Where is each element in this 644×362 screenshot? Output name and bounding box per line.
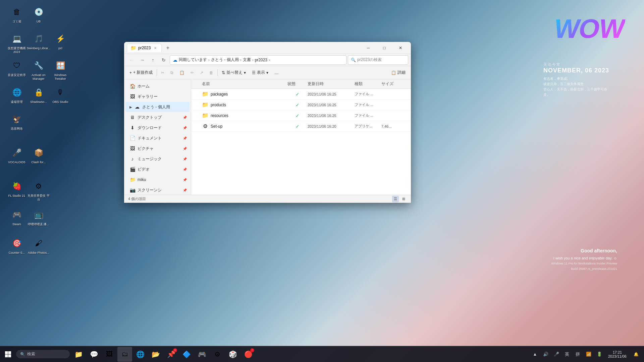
notification-center[interactable]: 🔔 bbox=[631, 347, 641, 362]
sidebar-item-documents[interactable]: 📄 ドキュメント 📌 bbox=[125, 133, 190, 143]
desktop-icon-label: OBS Studio bbox=[52, 100, 68, 104]
onedrive-icon: ☁ bbox=[173, 57, 177, 63]
tray-volume[interactable]: 🔊 bbox=[541, 347, 550, 362]
sidebar-item-screenshot[interactable]: 📷 スクリーンシ 📌 bbox=[125, 185, 190, 195]
maximize-button[interactable]: □ bbox=[377, 43, 392, 53]
up-button[interactable]: ↑ bbox=[148, 55, 158, 65]
sidebar-item-desktop[interactable]: 🖥 デスクトップ 📌 bbox=[125, 112, 190, 122]
tray-lang-en[interactable]: 英 bbox=[562, 347, 572, 362]
sidebar-item-onedrive[interactable]: ▶ ☁ さとう - 個人用 bbox=[125, 102, 190, 112]
file-size: 7,46... bbox=[381, 124, 408, 128]
more-button[interactable]: … bbox=[272, 68, 281, 78]
sidebar-item-home[interactable]: 🏠 ホーム bbox=[125, 81, 190, 91]
onedrive-sidebar-icon: ☁ bbox=[134, 104, 140, 110]
pin-icon-screenshot: 📌 bbox=[183, 188, 187, 192]
tray-lang-cn[interactable]: 拼 bbox=[573, 347, 583, 362]
sidebar-item-gallery[interactable]: 🖼 ギャラリー bbox=[125, 92, 190, 102]
taskbar-icon-11[interactable]: 🔴 ! bbox=[241, 347, 256, 362]
table-row[interactable]: 📁 packages ✓ 2023/11/06 16:25 ファイル ... bbox=[191, 89, 411, 100]
table-row[interactable]: 📁 products ✓ 2023/11/06 16:25 ファイル ... bbox=[191, 100, 411, 110]
grid-view-button[interactable]: ⊞ bbox=[400, 196, 407, 202]
list-view-button[interactable]: ☰ bbox=[392, 196, 399, 202]
desktop-icon-11[interactable]: 🦅 迅雷网络 bbox=[3, 111, 30, 133]
taskbar-wechat[interactable]: 💬 bbox=[87, 347, 101, 362]
view-icon: ☰ bbox=[252, 70, 256, 75]
sidebar-item-pictures[interactable]: 🖼 ピクチャ 📌 bbox=[125, 143, 190, 154]
desktop-icon-image: 🎵 bbox=[32, 32, 45, 46]
explorer-tab[interactable]: 📁 pr2023 ✕ bbox=[127, 44, 162, 52]
taskbar-icon-badge[interactable]: 📌 1 bbox=[164, 347, 178, 362]
search-box[interactable]: 🔍 pr2023の検索 bbox=[348, 55, 408, 65]
view-button[interactable]: ☰ 表示 ▾ bbox=[249, 68, 271, 78]
desktop-icon-2[interactable]: 💿 UB bbox=[25, 3, 52, 25]
tray-expand[interactable]: ▲ bbox=[530, 347, 540, 362]
taskbar-edge[interactable]: 🌐 bbox=[133, 347, 148, 362]
start-button[interactable] bbox=[0, 346, 16, 362]
details-icon: 📋 bbox=[391, 70, 396, 75]
desktop-icon-4[interactable]: ⚡ pcl bbox=[47, 30, 74, 52]
desktop-icon-15[interactable]: ⚙ 充美世界委技 平台 bbox=[25, 178, 52, 203]
refresh-button[interactable]: ↻ bbox=[159, 55, 168, 65]
back-button[interactable]: ← bbox=[127, 55, 136, 65]
sidebar-item-music[interactable]: ♪ ミュージック 📌 bbox=[125, 154, 190, 164]
share-button[interactable]: ↗ bbox=[197, 68, 206, 78]
sidebar-item-downloads[interactable]: ⬇ ダウンロード 📌 bbox=[125, 123, 190, 133]
address-path[interactable]: ☁ 同期しています › さとう - 個人用 › 文書 › pr2023 › bbox=[170, 55, 346, 65]
taskbar-clock[interactable]: 17:21 2023/11/06 bbox=[605, 350, 629, 358]
sidebar-desktop-label: デスクトップ bbox=[138, 115, 162, 120]
desktop-icon-si: 🖥 bbox=[129, 115, 136, 120]
new-tab-button[interactable]: + bbox=[163, 43, 172, 53]
tray-wifi[interactable]: 📶 bbox=[584, 347, 593, 362]
new-button[interactable]: + + 新規作成 bbox=[127, 68, 155, 78]
paste-button[interactable]: 📋 bbox=[177, 68, 187, 78]
table-row[interactable]: ⚙ Set-up ✓ 2023/11/06 16:20 アプリケ... 7,46… bbox=[191, 121, 411, 132]
forward-button[interactable]: → bbox=[138, 55, 147, 65]
delete-icon: 🗑 bbox=[209, 70, 213, 75]
taskbar-explorer-active[interactable]: 🗂 bbox=[117, 347, 132, 362]
notification-badge: 1 bbox=[173, 348, 177, 352]
table-row[interactable]: 📁 resources ✓ 2023/11/06 16:25 ファイル ... bbox=[191, 110, 411, 121]
desktop-icon-13[interactable]: 📦 Clash for... bbox=[25, 144, 52, 166]
close-button[interactable]: ✕ bbox=[393, 43, 408, 53]
sidebar-pictures-label: ピクチャ bbox=[138, 146, 154, 152]
col-header-date[interactable]: 更新日時 bbox=[308, 81, 355, 87]
copy-button[interactable]: ⧉ bbox=[168, 68, 176, 78]
rename-button[interactable]: ✏ bbox=[188, 68, 197, 78]
taskbar-search[interactable]: 🔍 検索 bbox=[16, 350, 70, 358]
path-user[interactable]: さとう - 個人用 bbox=[211, 57, 239, 63]
path-docs[interactable]: 文書 bbox=[243, 57, 251, 63]
desktop-icon-image: 💻 bbox=[10, 32, 23, 46]
desktop-icon-7[interactable]: 🪟 Windows Tweaker bbox=[47, 57, 74, 83]
tab-close-button[interactable]: ✕ bbox=[153, 45, 158, 51]
cut-button[interactable]: ✂ bbox=[158, 68, 167, 78]
date-label: 无论今宵 bbox=[543, 62, 610, 67]
desktop-icon-19[interactable]: 🖌 Adobe Photos... bbox=[25, 235, 52, 257]
taskbar-icon-7[interactable]: 🔷 bbox=[179, 347, 194, 362]
taskbar-icon-8[interactable]: 🎮 bbox=[195, 347, 209, 362]
taskbar-icon-3[interactable]: 🖼 bbox=[102, 347, 117, 362]
svg-rect-1 bbox=[8, 351, 11, 354]
taskbar-search-label: 検索 bbox=[27, 351, 35, 357]
details-button[interactable]: 📋 詳細 bbox=[388, 68, 408, 78]
desktop-icon-image: ⚡ bbox=[54, 32, 67, 46]
minimize-button[interactable]: ─ bbox=[361, 43, 376, 53]
taskbar-icon-9[interactable]: ⚙ bbox=[210, 347, 225, 362]
pin-icon-downloads: 📌 bbox=[183, 126, 187, 130]
tray-battery[interactable]: 🔋 bbox=[595, 347, 604, 362]
col-header-name[interactable]: 名前 bbox=[194, 81, 287, 87]
desktop-icon-17[interactable]: 📺 哔哩哔哩直 播... bbox=[25, 206, 52, 228]
status-bar: 4 個の項目 ☰ ⊞ bbox=[124, 195, 411, 203]
path-current[interactable]: pr2023 bbox=[255, 58, 267, 62]
delete-button[interactable]: 🗑 bbox=[207, 68, 216, 78]
taskbar-steam[interactable]: 🎲 bbox=[225, 347, 240, 362]
sort-button[interactable]: ⇅ 並べ替え ▾ bbox=[219, 68, 249, 78]
sidebar-item-miku[interactable]: 📁 miku 📌 bbox=[125, 175, 190, 185]
tray-mic[interactable]: 🎤 bbox=[552, 347, 561, 362]
taskbar-folder[interactable]: 📂 bbox=[148, 347, 163, 362]
col-header-status[interactable]: 状態 bbox=[287, 81, 308, 87]
sort-icon: ⇅ bbox=[222, 70, 225, 75]
sidebar-item-video[interactable]: 🎬 ビデオ 📌 bbox=[125, 164, 190, 174]
path-sync[interactable]: 同期しています bbox=[179, 57, 207, 63]
taskbar-file-explorer[interactable]: 📁 bbox=[71, 347, 86, 362]
desktop-icon-10[interactable]: 🎙 OBS Studio bbox=[47, 84, 74, 106]
